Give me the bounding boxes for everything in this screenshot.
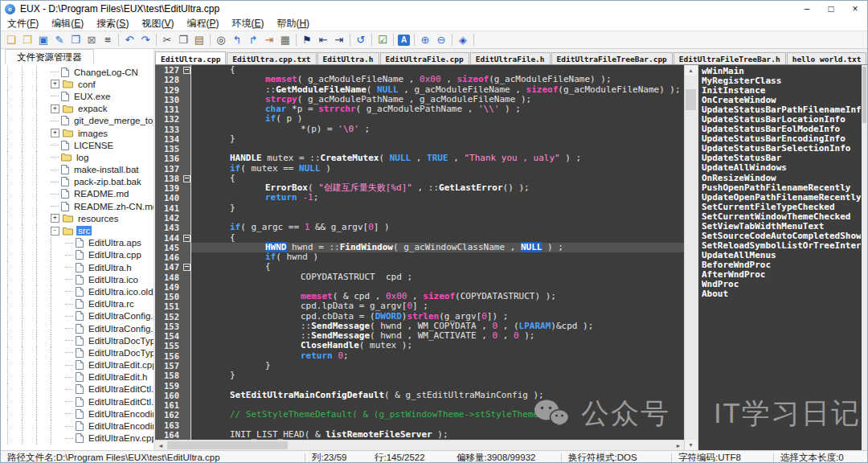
symbol-item[interactable]: UpdateAllMenus (702, 251, 861, 260)
tab-EditUltraFileTreeBar-cpp[interactable]: EditUltraFileTreeBar.cpp (551, 52, 673, 64)
symbol-item[interactable]: UpdateStatusBarEolModeInfo (702, 125, 861, 134)
fold-collapse-icon[interactable] (183, 264, 190, 271)
symbol-item[interactable]: MyRegisterClass (702, 76, 861, 86)
file-list-icon[interactable]: ≡ (100, 33, 116, 47)
code-line[interactable]: 158} (155, 371, 684, 380)
symbol-item[interactable]: SetCurrentWindowThemeChecked (702, 212, 861, 222)
tree-item[interactable]: EditUltra.ico (1, 273, 154, 285)
symbol-item[interactable]: SetCurrentFileTypeChecked (702, 203, 861, 212)
bookmark-next-icon[interactable]: ⇥ (331, 33, 347, 47)
tree-item[interactable]: EUX.exe (1, 90, 154, 102)
symbol-item[interactable]: PushOpenPathFilenameRecently (702, 183, 861, 193)
tree-item[interactable]: +conf (1, 78, 154, 90)
tree-item[interactable]: EditUltraConfig.h (1, 322, 154, 334)
symbol-item[interactable]: SetReloadSymbolListOrTreeInterva (702, 241, 861, 251)
symbol-item[interactable]: OnCreateWindow (702, 96, 861, 105)
symbol-item[interactable]: UpdateOpenPathFilenameRecently (702, 193, 861, 203)
tree-item[interactable]: EditUltra.aps (1, 237, 154, 249)
current-code-line[interactable]: 145HWND hwnd = ::FindWindow( g_acWindowC… (155, 243, 684, 252)
code-line[interactable]: 139ErrorBox( "创建互斥量失败[%d]" , ::GetLastEr… (155, 183, 684, 193)
menu-item-5[interactable]: 环境(E) (225, 17, 270, 31)
find-icon[interactable]: ◎ (213, 33, 229, 47)
bookmark-icon[interactable]: ⚑ (299, 33, 315, 47)
code-line[interactable]: 148COPYDATASTRUCT cpd ; (155, 272, 684, 282)
symbol-item[interactable]: OnResizeWindow (702, 174, 861, 183)
save-all-icon[interactable]: ❐ (68, 33, 84, 47)
tree-item[interactable]: EditUltraEncodin (1, 408, 154, 420)
symbol-item[interactable]: AfterWndProc (702, 270, 861, 280)
symbol-item[interactable]: UpdateStatusBar (702, 154, 861, 163)
undo-icon[interactable]: ↶ (121, 33, 137, 47)
cut-icon[interactable]: ✂ (159, 33, 175, 47)
symbol-item[interactable]: SetViewTabWidthMenuText (702, 222, 861, 232)
scroll-left-icon[interactable]: ◄ (155, 440, 166, 450)
code-line[interactable]: 155CloseHandle( mutex ); (155, 341, 684, 350)
tab-EditUltraFile-cpp[interactable]: EditUltraFile.cpp (380, 52, 469, 64)
tab-file-explorer[interactable]: 文件资源管理器 (5, 49, 94, 64)
tree-item[interactable]: log (1, 151, 154, 163)
code-line[interactable]: 154::SendMessage( hwnd , WM_ACTIVATE , 0… (155, 331, 684, 341)
tree-item[interactable]: EditUltra.h (1, 261, 154, 273)
symbol-panel-scrollbar[interactable] (862, 65, 867, 450)
tree-item[interactable]: +images (1, 127, 154, 139)
find-next-icon[interactable]: ↱ (245, 33, 261, 47)
tree-item[interactable]: EditUltra.ico.old (1, 285, 154, 297)
code-line[interactable]: 156return 0; (155, 351, 684, 361)
symbol-scroll-thumb[interactable] (862, 67, 866, 123)
symbol-item[interactable]: UpdateStatusBarLocationInfo (702, 115, 861, 125)
symbol-item[interactable]: About (702, 289, 861, 299)
symbol-item[interactable]: SetSourceCodeAutoCompletedShowA (702, 232, 861, 241)
syntax-color-icon[interactable]: A (398, 35, 410, 46)
close-button[interactable]: × (843, 1, 867, 17)
vertical-scroll-thumb[interactable] (686, 89, 696, 110)
menu-item-4[interactable]: 编程(P) (180, 17, 225, 31)
menu-item-6[interactable]: 帮助(H) (270, 17, 316, 31)
fold-collapse-icon[interactable] (183, 235, 190, 242)
tree-item[interactable]: EditUltraEdit.h (1, 371, 154, 383)
bookmark-prev-icon[interactable]: ⇤ (315, 33, 331, 47)
symbol-item[interactable]: wWinMain (702, 67, 861, 76)
code-line[interactable]: 162// SetStyleThemeDefault( & (g_pstWind… (155, 410, 684, 420)
horizontal-scrollbar[interactable]: ◄ ► (155, 440, 684, 450)
fold-collapse-icon[interactable] (183, 175, 190, 182)
tree-item[interactable]: EditUltraEncodin (1, 420, 154, 432)
expand-icon[interactable]: + (51, 80, 59, 88)
tab-hello-world-txt[interactable]: hello world.txt (787, 52, 867, 64)
expand-icon[interactable]: + (51, 214, 59, 223)
tree-item[interactable]: README.md (1, 188, 154, 200)
tree-item[interactable]: EditUltraConfig.c (1, 310, 154, 322)
tree-item[interactable]: README.zh-CN.md (1, 200, 154, 212)
replace-icon[interactable]: ▦ (277, 33, 293, 47)
tab-EditUltra-cpp-txt[interactable]: EditUltra.cpp.txt (227, 52, 316, 64)
tree-item[interactable]: +expack (1, 103, 154, 115)
tree-item[interactable]: EditUltraEnv.cpp (1, 432, 154, 445)
collapse-icon[interactable]: - (51, 227, 59, 236)
tab-EditUltra-h[interactable]: EditUltra.h (317, 52, 379, 64)
scroll-up-icon[interactable]: ▲ (685, 65, 697, 76)
tree-item[interactable]: ChangeLog-CN (1, 66, 154, 78)
scroll-right-icon[interactable]: ► (673, 440, 684, 450)
expand-icon[interactable]: + (51, 129, 59, 137)
symbol-item[interactable]: UpdateStatusBarEncodingInfo (702, 134, 861, 144)
code-area[interactable]: 127{128memset( g_acModuleFileName , 0x00… (155, 65, 684, 440)
menu-item-3[interactable]: 视图(V) (135, 17, 180, 31)
code-line[interactable]: 147{ (155, 262, 684, 272)
about-icon[interactable]: ◈ (455, 33, 471, 47)
minimize-button[interactable]: – (795, 1, 819, 17)
zoom-in-icon[interactable]: ⊕ (417, 33, 433, 47)
symbol-item[interactable]: UpdateStatusBarSelectionInfo (702, 144, 861, 154)
code-line[interactable]: 141} (155, 203, 684, 213)
tree-item[interactable]: git_deve_merge_to_ (1, 115, 154, 127)
code-line[interactable]: 164INIT_LIST_HEAD( & listRemoteFileServe… (155, 430, 684, 440)
tree-item[interactable]: EditUltraEdit.cpp (1, 359, 154, 371)
back-icon[interactable]: ↺ (353, 33, 369, 47)
tree-item[interactable]: LICENSE (1, 139, 154, 151)
new-file-icon[interactable]: ❑ (3, 33, 19, 47)
tree-item[interactable]: pack-zip.bat.bak (1, 176, 154, 188)
redo-icon[interactable]: ↷ (137, 33, 154, 47)
tab-EditUltraFile-h[interactable]: EditUltraFile.h (470, 52, 551, 64)
symbol-item[interactable]: InitInstance (702, 86, 861, 96)
find-prev-icon[interactable]: ↰ (229, 33, 245, 47)
symbol-item[interactable]: UpdateStatusBarPathFilenameInfo (702, 105, 861, 115)
goto-line-icon[interactable]: ⇥ (261, 33, 277, 47)
